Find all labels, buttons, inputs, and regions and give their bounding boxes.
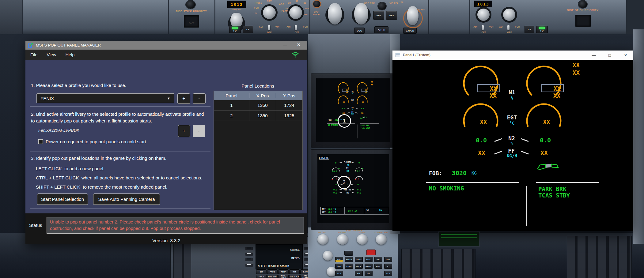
start-panel-selection-button[interactable]: Start Panel Selection [37,193,88,205]
mcdu-key-fpln[interactable]: F-PLN [256,275,267,278]
panel-overlay-circle-2[interactable]: 2 [337,176,351,189]
to-config-button[interactable] [344,251,353,256]
ecam-key-clr[interactable]: CLR [335,271,343,276]
mcdu-key-radnav[interactable]: RAD NAV [267,275,278,278]
ff-right-value: XX [540,149,548,156]
adf-vor-toggle[interactable] [295,25,297,30]
ecam-page-key-fuel2[interactable]: FUEL [374,264,382,269]
ap2-button[interactable]: AP2 [386,11,397,20]
mcdu-key-init[interactable]: INIT [289,269,300,274]
range-80-label: 80 [301,2,308,4]
ecam-page-key-hyd[interactable]: HYD [374,257,382,262]
minimize-button[interactable]: — [283,42,287,47]
fd-button[interactable]: FD [536,26,548,33]
profile-remove-button[interactable]: - [193,93,206,104]
baro-display: 1013 [474,1,492,7]
close-button[interactable]: ✕ [297,42,301,47]
ecam-page-key-cond[interactable]: COND [345,264,353,269]
efis-range-knob[interactable] [289,6,302,19]
profile-add-button[interactable]: + [177,93,190,104]
efis-mode-knob[interactable] [263,6,276,19]
livery-add-button[interactable]: + [178,125,190,137]
speed-knob[interactable] [328,3,342,24]
ecam-key-rcl[interactable]: RCL [365,271,373,276]
maximize-button[interactable]: □ [604,51,615,60]
profile-dropdown[interactable]: FENIX ▼ [36,93,174,103]
eis-dmc-knob[interactable] [357,234,368,245]
baro-units-label: in Hg hPa [225,9,248,10]
ecam-page-key-all[interactable]: ALL [384,264,392,269]
efis-mode-knob[interactable] [477,9,490,21]
version-label: Version 3.3.2 [25,238,307,243]
ecam-page-key-bleed[interactable]: BLEED [345,257,353,262]
panel-locations-table[interactable]: Panel X-Pos Y-Pos 1 1350 1724 2 1350 192… [214,91,303,210]
save-auto-panning-button[interactable]: Save Auto Panning Camera [93,193,160,205]
table-row[interactable]: 1 1350 1724 [214,100,302,111]
table-row[interactable]: 2 1350 1925 [214,111,302,121]
ecam-page-key-elec[interactable]: ELEC [365,257,373,262]
ecam-page-key-door[interactable]: DOOR [355,264,363,269]
loc-button[interactable]: LOC [354,28,365,34]
ap1-button[interactable]: AP1 [373,11,384,20]
air-data-label: AIR DATA [335,232,349,234]
athr-button[interactable]: A/THR [374,26,388,33]
mcdu-line-key[interactable] [245,258,253,261]
upper-display-brightness-knob[interactable] [323,251,333,261]
ecam-page-key-eng[interactable]: ENG [335,257,343,262]
ecam-key-clr2[interactable]: CLR [384,271,392,276]
step2-label: 2. Bind active aircraft livery to the se… [31,111,207,124]
baro-knob[interactable] [230,13,243,28]
egt-label: EGT [507,114,517,121]
menu-file[interactable]: File [30,52,37,57]
panel-overlay-circle-1[interactable]: 1 [338,114,351,128]
livery-remove-button[interactable]: - [193,125,205,137]
ecam-page-key-fuel[interactable]: FUEL [384,257,392,262]
adf-vor-toggle[interactable] [507,25,510,30]
mcdu-key-dir[interactable]: DIR [256,269,267,274]
n1-right-value: XX [554,85,561,92]
lower-ecam-screen[interactable]: ENGINE 0 F.USED KG 0 OIL QT 20.6 20.2 PS… [317,154,389,223]
emer-canc-button[interactable] [366,250,376,255]
adf-label: ADF [285,26,293,28]
n1-left-value2: XX [490,92,497,99]
efis-nav-label: NAV [265,0,274,2]
hdg-vs-dome[interactable] [378,2,386,10]
mcdu-line-key[interactable] [245,263,253,267]
mcdu-key-fuelpred[interactable]: FUEL PRED [278,275,289,278]
adf-vor-toggle[interactable] [268,25,270,30]
exped-button[interactable]: EXPED [403,28,417,34]
ecam-nd-xfr-knob[interactable] [376,234,387,245]
upper-ecam-screen[interactable]: XX XX XX XX XX XX N1 % XX XX EGT °C 0.0 … [316,78,390,142]
ls-button[interactable]: LS [525,26,534,33]
att-hdg-knob[interactable] [317,234,328,245]
mcdu-key-prog[interactable]: PROG [267,269,278,274]
ecam-page-key-press[interactable]: PRESS [355,257,363,262]
panel1-titlebar[interactable]: Panel1 (Custom) — □ ✕ [392,51,633,60]
ls-button[interactable]: LS [243,26,253,33]
altitude-knob[interactable] [407,6,419,25]
cold-start-checkbox[interactable] [38,139,43,144]
spd-mach-dome[interactable] [313,1,320,7]
close-button[interactable]: ✕ [620,51,631,60]
menu-view[interactable]: View [47,52,56,57]
efis-range-knob[interactable] [503,9,515,21]
mcdu-key-secfpln[interactable]: SEC F-PLN [289,275,300,278]
mcdu-line-key[interactable] [245,247,253,250]
menu-help[interactable]: Help [66,52,75,57]
adf-vor-toggle[interactable] [482,25,484,30]
ecam-key-sts[interactable]: STS [355,271,363,276]
screenshot-stage: SIDE STICK PRIORITY CAPT 1013 in Hg hPa … [0,0,644,278]
heading-knob[interactable] [354,3,368,24]
mcdu-key-perf[interactable]: PERF [278,269,289,274]
minimize-button[interactable]: — [589,51,599,60]
capt-priority-indicator[interactable]: CAPT [184,15,199,28]
mcdu-line-key[interactable] [245,252,253,256]
ecam-page-key-wheel[interactable]: WHEEL [365,264,373,269]
ecam-page-key-apu[interactable]: APU [335,264,343,269]
fd-button[interactable]: FD [229,26,241,33]
air-data-knob[interactable] [337,234,348,245]
manager-titlebar[interactable]: MSFS POP OUT PANEL MANAGER — ✕ [25,41,307,50]
panel1-ecam-display[interactable]: XX XX XX XX XX XX N1 % XX XX EGT °C 0.0 … [392,60,633,231]
memo-tcas-stby: TCAS STBY [538,192,570,199]
capt-priority-indicator[interactable] [575,15,591,27]
